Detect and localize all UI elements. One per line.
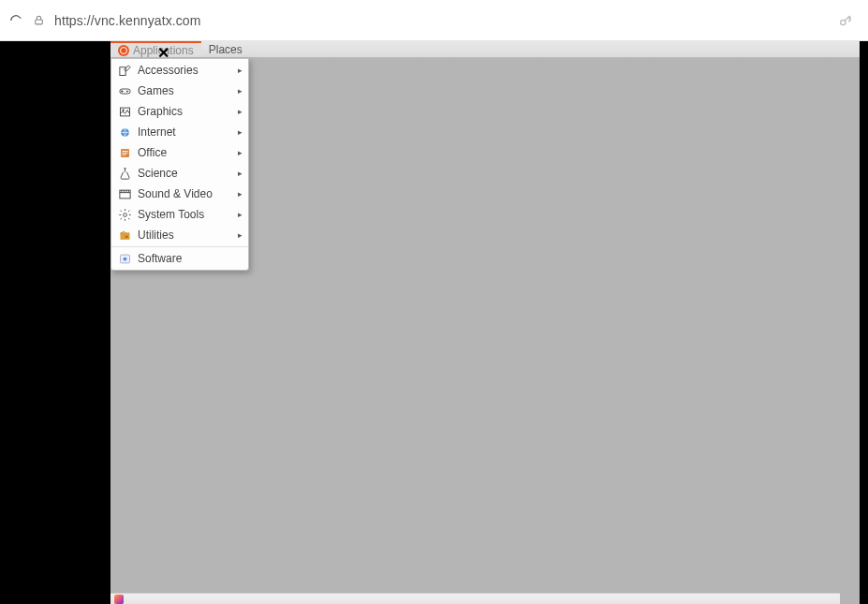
graphics-icon [117,104,132,119]
applications-menu: Accessories ▸ Games ▸ Graphics ▸ [110,58,249,271]
menu-accessories[interactable]: Accessories ▸ [111,60,248,81]
refresh-icon[interactable] [9,14,22,27]
games-icon [117,83,132,98]
menu-internet[interactable]: Internet ▸ [111,122,248,142]
svg-rect-11 [122,154,125,155]
menu-games[interactable]: Games ▸ [111,81,248,101]
bottom-taskbar [110,593,840,604]
top-panel: Applications Places ✕ [110,41,860,58]
lock-icon [32,14,45,27]
svg-point-6 [122,109,124,110]
menu-label: Graphics [138,105,232,118]
sound-video-icon [117,186,132,201]
menu-label: Utilities [138,228,232,242]
remote-desktop[interactable]: Applications Places ✕ Accessories ▸ Game… [110,41,860,604]
page-viewport: Applications Places ✕ Accessories ▸ Game… [0,41,868,604]
menu-label: Accessories [138,64,232,77]
menu-science[interactable]: Science ▸ [111,163,248,184]
menu-software[interactable]: Software [111,248,248,269]
browser-toolbar: https://vnc.kennyatx.com [0,0,868,41]
accessories-icon [117,63,132,78]
utilities-icon [117,228,132,243]
chevron-right-icon: ▸ [238,189,243,199]
tray-app-icon[interactable] [114,595,124,604]
address-bar[interactable]: https://vnc.kennyatx.com [54,13,829,28]
menu-label: System Tools [138,208,232,221]
svg-point-1 [841,20,846,24]
svg-point-16 [123,257,126,260]
menu-office[interactable]: Office ▸ [111,142,248,163]
svg-point-4 [126,90,127,91]
menu-label: Science [138,167,232,180]
chevron-right-icon: ▸ [238,169,243,178]
panel-places-label: Places [209,43,243,56]
menu-sound-video[interactable]: Sound & Video ▸ [111,184,248,204]
science-icon [117,166,132,181]
office-icon [117,145,132,160]
panel-applications-label: Applications [133,44,194,57]
chevron-right-icon: ▸ [238,210,243,219]
svg-rect-2 [119,66,125,75]
software-icon [117,251,132,266]
chevron-right-icon: ▸ [238,230,243,240]
ubuntu-logo-icon [118,45,129,56]
menu-utilities[interactable]: Utilities ▸ [111,225,248,245]
menu-separator [111,246,248,247]
svg-rect-10 [122,152,127,153]
svg-point-13 [123,213,126,216]
panel-places[interactable]: Places [201,41,250,57]
password-key-icon[interactable] [838,13,853,28]
menu-graphics[interactable]: Graphics ▸ [111,101,248,122]
svg-rect-9 [122,151,127,152]
system-tools-icon [117,207,132,222]
chevron-right-icon: ▸ [238,86,243,96]
chevron-right-icon: ▸ [238,127,243,137]
chevron-right-icon: ▸ [238,107,243,116]
svg-rect-14 [120,232,129,240]
panel-applications[interactable]: Applications [110,41,201,57]
menu-system-tools[interactable]: System Tools ▸ [111,204,248,225]
menu-label: Office [138,146,232,159]
menu-label: Games [138,84,232,97]
internet-icon [117,125,132,140]
menu-label: Software [138,252,243,265]
chevron-right-icon: ▸ [238,66,243,75]
chevron-right-icon: ▸ [238,148,243,157]
menu-label: Sound & Video [138,187,232,200]
svg-rect-0 [35,20,42,24]
menu-label: Internet [138,125,232,139]
